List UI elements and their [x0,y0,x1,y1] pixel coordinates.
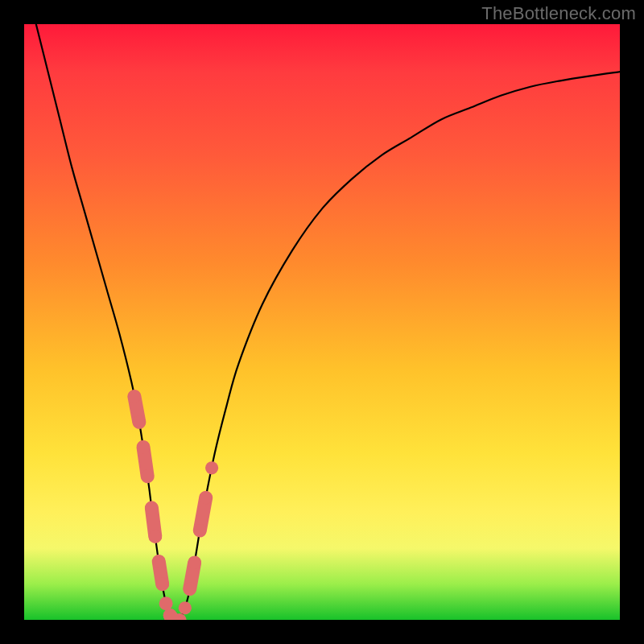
bead [137,440,150,453]
bead [141,470,154,483]
bead [188,556,201,569]
bead [128,390,141,402]
bead [152,555,165,568]
plot-area [24,24,620,620]
bead [205,461,218,474]
watermark-text: TheBottleneck.com [481,3,636,24]
outer-frame: TheBottleneck.com [0,0,644,644]
bead [156,578,169,591]
chart-svg [24,24,620,620]
bead [179,601,192,614]
bead-capsule [170,616,175,620]
bead [184,582,196,595]
bead [133,415,146,428]
bead [159,597,173,610]
bead [200,491,213,504]
bead [149,530,162,543]
bead [193,524,206,537]
bead [145,502,158,514]
bead-cluster [128,390,218,620]
bottleneck-curve [36,24,620,620]
